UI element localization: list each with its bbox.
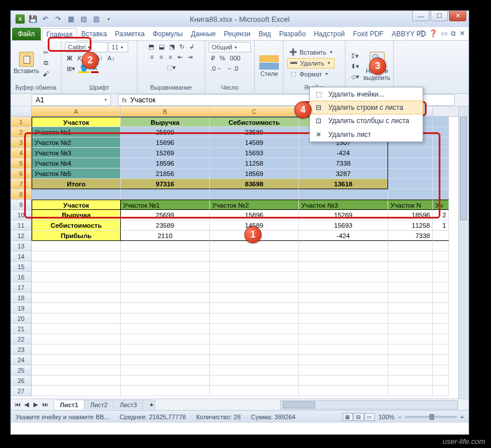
cell[interactable] [433, 344, 449, 355]
cell[interactable]: Уч [433, 200, 449, 210]
row-headers[interactable]: 1234567891011121314151617181920212223242… [11, 117, 32, 396]
cell[interactable]: 11258 [388, 220, 433, 231]
cell[interactable] [210, 365, 299, 376]
zoom-out-button[interactable]: − [398, 413, 401, 420]
spreadsheet-grid[interactable]: A B C D E 123456789101112131415161718192… [11, 106, 469, 399]
tab-foxit[interactable]: Foxit PDF [349, 28, 388, 40]
cell[interactable] [32, 324, 121, 334]
align-center-icon[interactable]: ≡ [158, 52, 166, 62]
sheet-tab[interactable]: Лист3 [113, 400, 143, 409]
cell[interactable] [121, 376, 210, 386]
cell[interactable] [32, 365, 121, 376]
row-header[interactable]: 12 [11, 231, 32, 241]
cell[interactable]: 11258 [210, 158, 299, 169]
insert-cells-button[interactable]: ➕Вставить▾ [287, 48, 335, 57]
cell[interactable] [121, 324, 210, 334]
align-left-icon[interactable]: ≡ [148, 52, 156, 62]
cell[interactable]: Участок №3 [299, 200, 388, 210]
row-header[interactable]: 27 [11, 386, 32, 396]
cell[interactable] [299, 355, 388, 365]
cell[interactable] [32, 251, 121, 262]
undo-icon[interactable]: ↶ [41, 14, 50, 24]
autosum-icon[interactable]: Σ▾ [349, 52, 361, 61]
view-break-icon[interactable]: ▭ [365, 413, 375, 421]
bold-button[interactable]: Ж [65, 53, 74, 63]
row-header[interactable]: 14 [11, 251, 32, 262]
cell[interactable]: Участок №1 [32, 127, 121, 137]
qat-icon[interactable]: ▤ [79, 14, 88, 24]
cell[interactable] [388, 334, 433, 344]
cell[interactable] [299, 282, 388, 293]
cell[interactable]: 15693 [299, 220, 388, 231]
cell[interactable]: -424 [299, 231, 388, 241]
cell[interactable]: Участок №1 [121, 200, 210, 210]
cell[interactable] [388, 251, 433, 262]
new-sheet-button[interactable]: ✦ [143, 400, 155, 410]
font-size-combo[interactable]: 11▾ [109, 42, 128, 52]
cell[interactable] [32, 386, 121, 396]
cell[interactable] [388, 241, 433, 251]
vertical-scrollbar[interactable] [458, 106, 469, 399]
cell[interactable] [32, 355, 121, 365]
cell[interactable]: 23589 [210, 127, 299, 137]
cell[interactable] [210, 386, 299, 396]
row-header[interactable]: 2 [11, 127, 32, 137]
cell[interactable]: Участок №4 [32, 158, 121, 169]
tab-formulas[interactable]: Формулы [149, 28, 187, 40]
row-header[interactable]: 20 [11, 313, 32, 324]
cell[interactable]: Участок №2 [32, 137, 121, 148]
view-layout-icon[interactable]: ▤ [354, 413, 364, 421]
cell[interactable] [433, 313, 449, 324]
tab-review[interactable]: Рецензи [220, 28, 254, 40]
cell[interactable] [32, 272, 121, 282]
cell[interactable] [121, 303, 210, 313]
redo-icon[interactable]: ↷ [53, 14, 63, 24]
cell[interactable] [121, 386, 210, 396]
qat-icon[interactable]: ▦ [66, 14, 75, 24]
qat-icon[interactable]: ▥ [91, 14, 101, 24]
horizontal-scrollbar[interactable] [280, 400, 458, 409]
cell[interactable] [299, 251, 388, 262]
cell[interactable] [32, 334, 121, 344]
row-header[interactable]: 24 [11, 355, 32, 365]
cell[interactable] [433, 272, 449, 282]
cell[interactable] [299, 334, 388, 344]
cell[interactable] [433, 262, 449, 272]
menu-delete-sheet[interactable]: ✕Удалить лист [310, 128, 423, 141]
cell[interactable] [388, 303, 433, 313]
cell[interactable]: 14589 [210, 137, 299, 148]
row-header[interactable]: 17 [11, 282, 32, 293]
row-header[interactable]: 23 [11, 344, 32, 355]
row-header[interactable]: 21 [11, 324, 32, 334]
cells-area[interactable]: Участок Выручка Себистоимость Прибыль Уч… [32, 117, 458, 399]
inc-decimal-icon[interactable]: .0→ [209, 64, 224, 73]
cell[interactable] [299, 344, 388, 355]
tab-home[interactable]: Главная [42, 28, 78, 41]
cell[interactable]: 2 [433, 210, 449, 220]
sheet-nav-first-icon[interactable]: ⏮ [13, 401, 21, 408]
cell[interactable] [299, 272, 388, 282]
cell[interactable] [433, 355, 449, 365]
cell[interactable] [210, 376, 299, 386]
view-normal-icon[interactable]: ▦ [343, 413, 353, 421]
col-header[interactable]: A [32, 106, 121, 116]
select-all-button[interactable] [11, 106, 32, 117]
clear-icon[interactable]: ◇▾ [349, 72, 361, 82]
currency-icon[interactable]: ₽ [209, 53, 217, 63]
row-header[interactable]: 15 [11, 262, 32, 272]
menu-delete-cols[interactable]: ⊡Удалить столбцы с листа [310, 114, 423, 128]
cell[interactable] [433, 365, 449, 376]
format-cells-button[interactable]: ⬚Формат▾ [287, 70, 335, 79]
tab-insert[interactable]: Вставка [77, 28, 111, 40]
row-header[interactable]: 18 [11, 293, 32, 303]
row-header[interactable]: 10 [11, 210, 32, 220]
close-button[interactable]: ✕ [449, 11, 466, 21]
cell[interactable] [433, 241, 449, 251]
cell[interactable] [32, 313, 121, 324]
wrap-text-icon[interactable]: ↲ [187, 42, 196, 51]
cell[interactable] [433, 303, 449, 313]
sheet-nav-prev-icon[interactable]: ◀ [22, 401, 30, 408]
cell[interactable] [121, 272, 210, 282]
cell[interactable] [433, 293, 449, 303]
close-doc-icon[interactable]: ✕ [459, 29, 465, 39]
